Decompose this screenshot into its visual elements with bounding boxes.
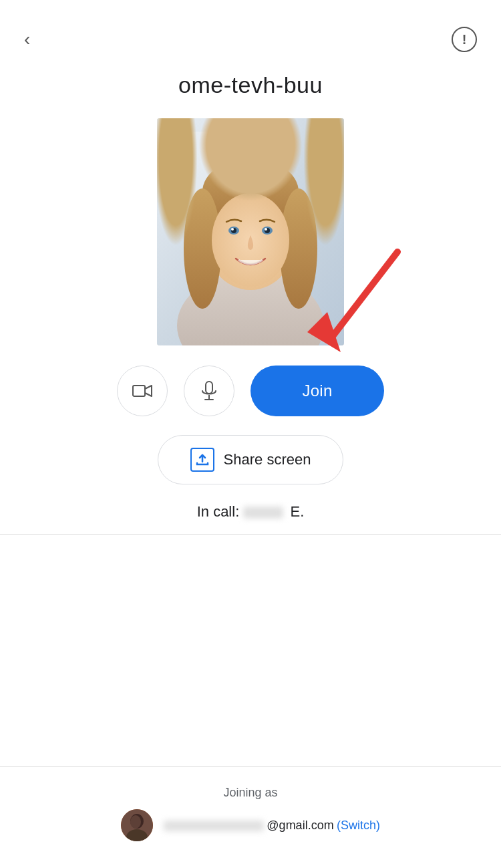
video-toggle-button[interactable] [117,366,168,416]
svg-point-14 [231,228,236,233]
top-bar: ‹ ! [0,0,501,65]
svg-point-9 [184,188,221,309]
svg-rect-3 [224,132,277,212]
svg-rect-22 [206,382,212,394]
back-button[interactable]: ‹ [24,30,30,49]
svg-rect-2 [164,132,217,212]
user-avatar-preview [157,118,344,345]
video-preview [0,118,501,345]
email-suffix: @gmail.com [267,819,333,832]
in-call-row: In call: E. [0,503,501,521]
avatar-svg [157,118,344,345]
svg-rect-21 [133,386,145,396]
share-screen-icon [190,448,214,472]
email-blurred [164,821,264,831]
svg-point-15 [265,228,270,233]
footer-section: Joining as @gmail.com (Switch) [0,766,501,868]
svg-point-17 [265,228,267,231]
in-call-prefix: In call: [197,503,240,520]
joining-as-label: Joining as [27,786,474,800]
meeting-code: ome-tevh-buu [0,72,501,98]
divider [0,534,501,535]
user-avatar [121,809,153,841]
user-info-row: @gmail.com (Switch) [27,809,474,841]
svg-point-13 [262,227,273,235]
share-screen-label: Share screen [224,451,311,468]
svg-point-28 [130,815,141,829]
svg-point-12 [228,227,239,235]
controls-row: Join [0,366,501,416]
switch-account-button[interactable]: (Switch) [337,819,380,833]
in-call-name-blurred [243,507,283,519]
svg-point-16 [231,228,234,231]
alert-icon[interactable]: ! [452,27,477,52]
svg-point-10 [280,188,317,309]
svg-point-8 [202,158,299,225]
svg-point-11 [212,193,289,287]
video-icon [132,380,153,402]
mic-icon [198,380,220,402]
mic-toggle-button[interactable] [184,366,234,416]
share-screen-button[interactable]: Share screen [158,435,344,484]
in-call-suffix: E. [291,503,305,520]
email-display: @gmail.com (Switch) [164,819,380,833]
join-button[interactable]: Join [251,366,384,416]
